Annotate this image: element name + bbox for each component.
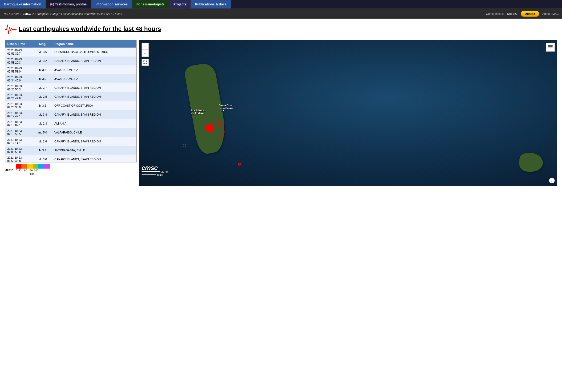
cell-datetime: 2021-10-2302:08:56.0 [5,146,33,155]
table-row[interactable]: 2021-10-2302:25:55.3ML 2.7CANARY ISLANDS… [5,83,136,92]
earthquake-table-wrapper: Date & Time Mag. Region name 2021-10-230… [5,40,137,186]
breadcrumb-path: Earthquake > Map > Last earthquakes worl… [35,12,122,16]
cell-magnitude: M 3.0 [33,74,52,83]
zoom-out-button[interactable]: − [141,50,149,57]
cell-region: CANARY ISLANDS, SPAIN REGION [52,155,136,162]
earthquake-table-scroll[interactable]: Date & Time Mag. Region name 2021-10-230… [5,40,137,162]
cell-region: CANARY ISLANDS, SPAIN REGION [52,92,136,101]
cell-magnitude: ML 2.7 [33,83,52,92]
seismograph-icon [5,22,16,35]
cell-magnitude: ML 3.0 [33,155,52,162]
breadcrumb-site[interactable]: EMSC [23,12,31,16]
table-row[interactable]: 2021-10-2302:08:56.0M 3.3ANTOFAGASTA, CH… [5,146,136,155]
table-row[interactable]: 2021-10-2302:18:02.1ML 2.3ALBANIA [5,119,136,128]
svg-rect-2 [548,47,553,48]
nav-publications[interactable]: Publications & docs [191,0,231,9]
nav-testimonies[interactable]: 🇬🇧 Testimonies, photos [46,0,91,9]
cell-datetime: 2021-10-2302:56:32.7 [5,47,33,57]
nav-projects[interactable]: Projects [169,0,191,9]
table-row[interactable]: 2021-10-2302:13:56.5mb 5.0VALPARAISO, CH… [5,128,136,137]
cell-datetime: 2021-10-2302:19:49.1 [5,110,33,119]
map-zoom-controls: + − [141,43,149,66]
svg-rect-0 [548,45,553,46]
eq-dot-6 [221,134,223,137]
zoom-in-button[interactable]: + [141,43,149,50]
about-link[interactable]: About EMSC [542,12,559,16]
depth-color-3 [33,164,38,169]
cell-datetime: 2021-10-2302:23:47.8 [5,92,33,101]
breadcrumb-right: Our sponsors: GeoSIG Donate About EMSC [486,11,559,17]
city-label-los-llanos: Los Llanosde Aridane [191,109,205,115]
cell-region: OFF COAST OF COSTA RICA [52,101,136,110]
cell-magnitude: M 3.3 [33,65,52,74]
breadcrumb-bar: You are here : EMSC > Earthquake > Map >… [0,9,562,19]
city-label-santa-cruz: Santa Cruzde la Palma [219,104,233,109]
cell-region: CANARY ISLANDS, SPAIN REGION [52,110,136,119]
scale-10mi: 10 mi [157,173,163,176]
cell-datetime: 2021-10-2302:23:30.0 [5,101,33,110]
cell-region: CANARY ISLANDS, SPAIN REGION [52,137,136,146]
table-row[interactable]: 2021-10-2302:19:49.1ML 3.8CANARY ISLANDS… [5,110,136,119]
cell-datetime: 2021-10-2302:25:55.3 [5,83,33,92]
map-area[interactable]: Los Llanosde Aridane Santa Cruzde la Pal… [139,40,557,186]
cell-datetime: 2021-10-2302:53:20.3 [5,57,33,65]
map-info-button[interactable]: i [549,178,555,184]
cell-magnitude: ML 3.8 [33,110,52,119]
earthquake-table: Date & Time Mag. Region name 2021-10-230… [5,40,136,162]
table-row[interactable]: 2021-10-2302:23:47.8ML 2.5CANARY ISLANDS… [5,92,136,101]
depth-color-5 [44,164,50,169]
cell-datetime: 2021-10-2301:59:46.8 [5,155,33,162]
main-content: Date & Time Mag. Region name 2021-10-230… [0,38,562,188]
sponsors-label: Our sponsors: [486,12,503,16]
cell-region: OFFSHORE BAJA CALIFORNIA, MEXICO [52,47,136,57]
depth-val-3: 150 [27,169,33,172]
table-row[interactable]: 2021-10-2302:23:30.0M 3.6OFF COAST OF CO… [5,101,136,110]
eq-cluster-2 [208,126,214,132]
cell-magnitude: ML 3.2 [33,57,52,65]
table-row[interactable]: 2021-10-2302:51:58.0M 3.3JAVA, INDONESIA [5,65,136,74]
table-row[interactable]: 2021-10-2302:12:14.1ML 2.6CANARY ISLANDS… [5,137,136,146]
cell-datetime: 2021-10-2302:13:56.5 [5,128,33,137]
nav-seismologists[interactable]: For seismologists [132,0,169,9]
cell-region: JAVA, INDONESIA [52,65,136,74]
depth-color-2 [27,164,33,169]
cell-datetime: 2021-10-2302:18:02.1 [5,119,33,128]
col-header-region: Region name [52,40,136,47]
map-layers-button[interactable] [546,43,555,52]
depth-color-0 [16,164,22,169]
depth-legend: Depth 0 40 80 150 300 [5,162,137,176]
depth-color-bar: 0 40 80 150 300 (km) [16,164,50,175]
table-header-row: Date & Time Mag. Region name [5,40,136,47]
page-title-area: Last earthquakes worldwide for the last … [0,19,562,38]
cell-region: JAVA, INDONESIA [52,74,136,83]
donate-button[interactable]: Donate [521,11,539,17]
top-navigation: Earthquake information 🇬🇧 Testimonies, p… [0,0,562,9]
sponsor-name[interactable]: GeoSIG [507,12,517,16]
cell-magnitude: ML 2.6 [33,137,52,146]
table-row[interactable]: 2021-10-2302:56:32.7ML 3.5OFFSHORE BAJA … [5,47,136,57]
scale-20km: 20 km [161,170,168,173]
breadcrumb-prefix: You are here : [3,12,21,16]
table-row[interactable]: 2021-10-2302:34:45.0M 3.0JAVA, INDONESIA [5,74,136,83]
depth-unit: (km) [30,172,35,175]
nav-info-services[interactable]: Information services [91,0,132,9]
scale-bar: 20 km 10 mi [141,170,168,176]
depth-bar-colors [16,164,50,169]
depth-label: Depth [5,168,13,172]
fullscreen-button[interactable] [141,59,149,66]
cell-datetime: 2021-10-2302:51:58.0 [5,65,33,74]
cell-region: CANARY ISLANDS, SPAIN REGION [52,57,136,65]
cell-region: ANTOFAGASTA, CHILE [52,146,136,155]
col-header-mag: Mag. [33,40,52,47]
cell-region: CANARY ISLANDS, SPAIN REGION [52,83,136,92]
nav-earthquake-info[interactable]: Earthquake information [0,0,46,9]
cell-region: VALPARAISO, CHILE [52,128,136,137]
depth-color-1 [22,164,27,169]
eq-dot-isolated-2 [238,163,241,165]
eq-dot-5 [223,131,225,133]
eq-dot-4 [219,127,222,130]
table-row[interactable]: 2021-10-2301:59:46.8ML 3.0CANARY ISLANDS… [5,155,136,162]
city-dot-santa-cruz [223,110,224,111]
table-row[interactable]: 2021-10-2302:53:20.3ML 3.2CANARY ISLANDS… [5,57,136,65]
cell-magnitude: M 3.6 [33,101,52,110]
